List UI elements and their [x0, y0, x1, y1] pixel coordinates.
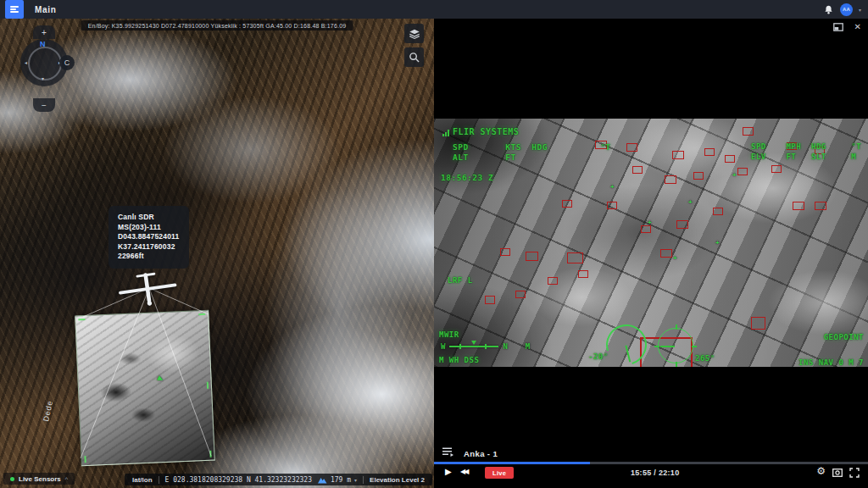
- hud-marker: +: [732, 171, 737, 179]
- tape-west: W: [441, 342, 445, 351]
- map-navigation-widget: + N ◂ ▸ ▾ C −: [15, 25, 75, 115]
- gimbal-azimuth-value: 265°: [695, 354, 715, 363]
- app-menu-button[interactable]: [5, 0, 24, 19]
- avatar[interactable]: AA: [840, 3, 853, 16]
- divider: [363, 476, 364, 484]
- search-icon: [409, 52, 420, 63]
- map-status-bar: lat/lon E 028.3818208329238 N 41.3232323…: [125, 474, 432, 485]
- hud-sensor-line: M WH DSS: [439, 356, 479, 364]
- divider: [159, 476, 159, 484]
- latlon-label: lat/lon: [132, 476, 153, 484]
- tape-mark: M: [526, 342, 530, 351]
- hud-altitude: ALT FT: [453, 152, 516, 162]
- scale-selector[interactable]: 179 m ▾: [318, 476, 357, 484]
- tooltip-line: 22966ft: [118, 252, 180, 262]
- video-source-title: Anka - 1: [464, 449, 498, 458]
- tooltip-line: K37.2411760032: [118, 242, 180, 252]
- tooltip-title: Canlı SDR: [118, 213, 180, 223]
- layers-button[interactable]: [404, 24, 424, 43]
- hud-target-speed-heading: SPD MPH HDG °T: [751, 142, 861, 151]
- live-sensors-label: Live Sensors: [19, 475, 61, 483]
- layers-icon: [409, 28, 420, 40]
- footprint-heading-icon: ▲: [156, 375, 165, 383]
- live-badge[interactable]: Live: [485, 467, 514, 479]
- zoom-in-button[interactable]: +: [33, 25, 55, 39]
- snapshot-icon: [832, 468, 843, 477]
- footprint-tick: [209, 451, 211, 458]
- tooltip-line: D043.8847524011: [118, 232, 180, 242]
- hud-nav-line: INS NAV 0 M 7: [798, 358, 864, 367]
- chevron-up-icon: ^: [65, 476, 68, 482]
- hud-marker: +: [688, 198, 693, 206]
- app-window: Main AA ▾ En/Boy: K35.9929251430 D072.47…: [0, 0, 868, 488]
- hud-elevation-slant: ELV FT SLT M: [751, 152, 856, 161]
- ir-footprint-overlay: ▲: [75, 310, 215, 467]
- playlist-icon: [442, 446, 454, 458]
- rewind-button[interactable]: ◀◀: [460, 468, 467, 475]
- tape-pointer: [471, 341, 476, 345]
- snapshot-button[interactable]: [832, 468, 843, 477]
- video-window-controls: ✕: [833, 23, 861, 31]
- gimbal-elevation-value: -20°: [588, 352, 609, 361]
- notifications-bell-icon[interactable]: [823, 4, 834, 15]
- fullscreen-icon: [849, 468, 860, 478]
- uav-aircraft-icon[interactable]: [114, 266, 183, 315]
- playlist-button[interactable]: [442, 446, 454, 460]
- video-feed: ++++++ FLIR SYSTEMS SPD KTS HDG °T ALT F…: [434, 119, 868, 367]
- compass-ring: [28, 47, 62, 80]
- hud-marker: +: [673, 254, 677, 262]
- compass-center-button[interactable]: C: [59, 55, 75, 70]
- green-status-dot: [10, 477, 14, 481]
- tooltip-line: MS(203)-111: [118, 223, 180, 233]
- footprint-tick: [84, 456, 86, 463]
- topbar-right-group: AA ▾: [823, 3, 861, 16]
- hud-sensor-line: MWIR: [439, 330, 479, 339]
- hud-nav-line: GEOPOINT: [798, 333, 864, 341]
- playback-time: 15:55 / 22:10: [631, 469, 679, 477]
- fullscreen-button[interactable]: [849, 468, 860, 478]
- footprint-tick: [198, 313, 205, 315]
- live-sensors-toggle[interactable]: Live Sensors ^: [3, 473, 75, 485]
- play-button[interactable]: ▶: [445, 467, 452, 476]
- mountain-icon: [318, 476, 327, 484]
- hud-timestamp: 18:56:23 Z: [441, 173, 493, 182]
- pan-down-icon[interactable]: ▾: [42, 75, 44, 81]
- search-button[interactable]: [404, 47, 424, 67]
- footprint-tick: [78, 319, 85, 320]
- flir-signal-icon: [442, 130, 449, 136]
- tape-north: N: [503, 342, 507, 351]
- chevron-down-icon[interactable]: ▾: [859, 7, 861, 13]
- hud-nav-block: GEOPOINT INS NAV 0 M 7 MTI LAND TRK COR: [798, 316, 864, 367]
- hud-marker: +: [648, 219, 652, 226]
- video-progress-bar[interactable]: [434, 462, 868, 464]
- hud-speed-heading: SPD KTS HDG °T: [453, 142, 611, 152]
- compass-north-button[interactable]: N: [40, 40, 46, 48]
- hud-compass-tape: W N M: [441, 342, 530, 351]
- sidebar-toggle-icon: [10, 5, 19, 14]
- map-tools: [404, 24, 424, 67]
- map-panel[interactable]: En/Boy: K35.9929251430 D072.478910000 Yü…: [0, 19, 434, 488]
- avatar-initials: AA: [843, 7, 850, 12]
- uav-tooltip: Canlı SDR MS(203)-111 D043.8847524011 K3…: [108, 206, 189, 269]
- coordinates-value: E 028.3818208329238 N 41.32323232323: [165, 476, 312, 484]
- map-telemetry-bar: En/Boy: K35.9929251430 D072.478910000 Yü…: [81, 20, 353, 30]
- restore-window-icon: [833, 23, 843, 31]
- restore-window-button[interactable]: [833, 23, 843, 31]
- top-navigation-bar: Main AA ▾: [0, 0, 868, 19]
- flir-brand-label: FLIR SYSTEMS: [453, 127, 519, 136]
- hud-brand: FLIR SYSTEMS: [442, 127, 519, 136]
- chevron-down-icon: ▾: [354, 477, 357, 483]
- video-title-row: Anka - 1: [442, 446, 498, 460]
- zoom-out-button[interactable]: −: [33, 98, 55, 112]
- pan-left-icon[interactable]: ◂: [25, 59, 27, 65]
- hud-marker: +: [610, 183, 615, 191]
- gimbal-azimuth-gauge: [658, 328, 693, 363]
- hud-marker: +: [715, 239, 720, 247]
- tab-main[interactable]: Main: [35, 5, 57, 14]
- tape-line: [449, 346, 498, 347]
- hud-lrf-label: LRF L: [448, 276, 473, 285]
- settings-gear-button[interactable]: ⚙: [816, 465, 826, 477]
- footprint-tick: [207, 382, 209, 389]
- close-button[interactable]: ✕: [854, 23, 861, 31]
- elevation-level[interactable]: Elevation Level 2: [370, 476, 425, 484]
